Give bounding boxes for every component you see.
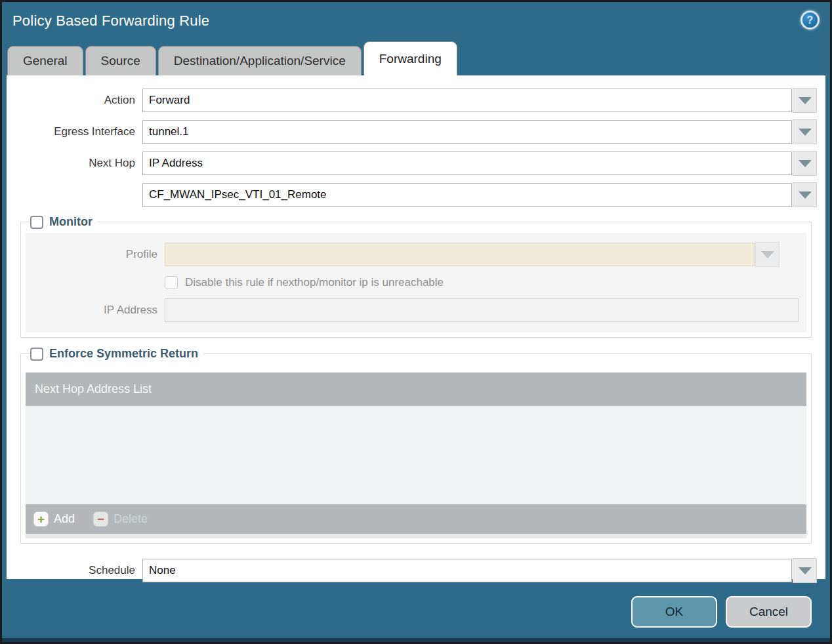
schedule-input-group (142, 558, 817, 583)
disable-rule-checkbox (165, 276, 178, 289)
next-hop-address-input[interactable] (142, 183, 792, 207)
monitor-title: Monitor (49, 215, 93, 229)
tab-source-label: Source (101, 54, 140, 68)
tab-general[interactable]: General (7, 46, 83, 75)
cancel-button[interactable]: Cancel (726, 596, 812, 628)
next-hop-input-group (142, 151, 817, 176)
tab-general-label: General (23, 54, 68, 68)
chevron-down-icon (799, 160, 812, 167)
forwarding-tab-panel: Action Egress Interface Next Hop (7, 75, 825, 579)
pbf-rule-dialog: Policy Based Forwarding Rule ? General S… (0, 0, 832, 644)
symmetric-return-checkbox[interactable] (30, 348, 43, 361)
chevron-down-icon (761, 251, 774, 258)
table-header: Next Hop Address List (26, 372, 806, 406)
tab-forwarding[interactable]: Forwarding (364, 41, 457, 75)
dialog-bottom-strip (2, 638, 830, 642)
action-row: Action (7, 88, 825, 113)
symmetric-return-legend: Enforce Symmetric Return (30, 347, 203, 361)
disable-rule-label: Disable this rule if nexthop/monitor ip … (185, 276, 444, 289)
dialog-titlebar: Policy Based Forwarding Rule ? (2, 2, 830, 40)
next-hop-address-dropdown-button[interactable] (793, 182, 817, 207)
profile-label: Profile (26, 248, 165, 261)
monitor-ip-row: IP Address (26, 298, 806, 322)
schedule-input[interactable] (142, 559, 792, 582)
monitor-legend: Monitor (30, 215, 98, 229)
monitor-ip-label: IP Address (26, 304, 165, 317)
help-icon[interactable]: ? (801, 10, 820, 30)
next-hop-label: Next Hop (7, 157, 142, 170)
table-bottom-strip (26, 534, 806, 538)
add-button-label: Add (54, 512, 75, 526)
symmetric-return-title: Enforce Symmetric Return (49, 347, 198, 361)
next-hop-address-row (7, 182, 825, 207)
chevron-down-icon (799, 191, 812, 199)
table-toolbar: + Add − Delete (26, 504, 806, 534)
egress-interface-label: Egress Interface (7, 125, 142, 138)
schedule-row: Schedule (7, 558, 825, 583)
tab-destination-label: Destination/Application/Service (174, 54, 346, 68)
chevron-down-icon (799, 129, 812, 136)
chevron-down-icon (799, 97, 812, 104)
monitor-checkbox[interactable] (30, 216, 43, 229)
action-input[interactable] (142, 89, 792, 112)
disable-rule-row: Disable this rule if nexthop/monitor ip … (165, 276, 806, 289)
profile-dropdown-button (755, 242, 780, 267)
profile-row: Profile (26, 242, 806, 267)
dialog-footer: OK Cancel (2, 579, 830, 642)
tab-forwarding-label: Forwarding (379, 52, 442, 66)
action-dropdown-button[interactable] (793, 88, 817, 113)
minus-icon: − (93, 512, 108, 527)
next-hop-table-body (26, 406, 806, 504)
table-header-label: Next Hop Address List (35, 382, 152, 396)
chevron-down-icon (799, 567, 812, 574)
next-hop-address-input-group (142, 182, 817, 207)
help-glyph: ? (807, 14, 814, 26)
add-button[interactable]: + Add (33, 512, 75, 527)
plus-icon: + (33, 512, 49, 527)
ok-button[interactable]: OK (631, 596, 717, 628)
egress-interface-row: Egress Interface (7, 119, 825, 144)
next-hop-type-input[interactable] (142, 151, 792, 175)
monitor-ip-input-group (165, 298, 799, 322)
egress-interface-input[interactable] (142, 120, 792, 144)
schedule-label: Schedule (7, 564, 142, 577)
ok-button-label: OK (665, 605, 683, 619)
monitor-ip-input (165, 298, 799, 322)
next-hop-address-table: Next Hop Address List + Add − Delete (26, 372, 806, 538)
cancel-button-label: Cancel (749, 605, 788, 619)
monitor-group: Monitor Profile Disable this rule if nex… (20, 215, 812, 338)
profile-input (165, 243, 755, 266)
next-hop-dropdown-button[interactable] (793, 151, 817, 176)
next-hop-row: Next Hop (7, 151, 825, 176)
delete-button-label: Delete (114, 512, 148, 526)
action-input-group (142, 88, 817, 113)
tab-destination-application-service[interactable]: Destination/Application/Service (158, 46, 362, 75)
symmetric-return-group: Enforce Symmetric Return Next Hop Addres… (20, 347, 812, 544)
profile-input-group (165, 242, 780, 267)
delete-button: − Delete (93, 512, 148, 527)
monitor-panel: Profile Disable this rule if nexthop/mon… (26, 233, 806, 332)
tab-bar: General Source Destination/Application/S… (2, 40, 830, 75)
action-label: Action (7, 94, 142, 107)
schedule-dropdown-button[interactable] (793, 558, 817, 583)
egress-interface-dropdown-button[interactable] (793, 119, 817, 144)
egress-interface-input-group (142, 119, 817, 144)
tab-source[interactable]: Source (85, 46, 156, 75)
dialog-title: Policy Based Forwarding Rule (12, 12, 209, 30)
